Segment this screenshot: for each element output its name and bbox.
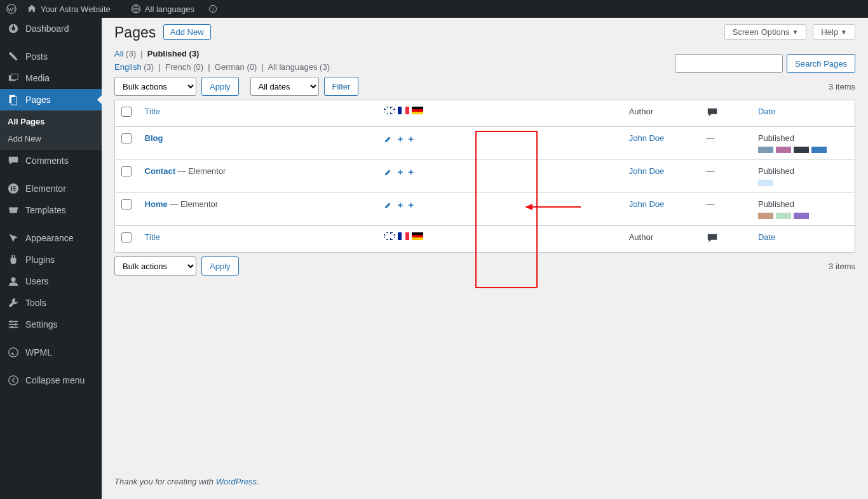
screen-options-button[interactable]: Screen Options ▼ bbox=[724, 24, 807, 40]
row-checkbox[interactable] bbox=[121, 166, 132, 176]
col-date-foot[interactable]: Date bbox=[752, 226, 855, 253]
table-row: Blog + + John Doe — Published bbox=[115, 127, 855, 160]
swatch bbox=[811, 147, 827, 153]
search-input[interactable] bbox=[675, 54, 783, 73]
menu-tools[interactable]: Tools bbox=[0, 292, 102, 314]
row-checkbox[interactable] bbox=[121, 199, 132, 210]
flag-de-icon bbox=[412, 107, 423, 114]
svg-rect-16 bbox=[13, 190, 16, 191]
admin-topbar: Your Astra Website All languages ? bbox=[0, 0, 868, 18]
menu-appearance[interactable]: Appearance bbox=[0, 227, 102, 249]
menu-elementor[interactable]: Elementor bbox=[0, 178, 102, 199]
filter-french[interactable]: French bbox=[165, 62, 191, 72]
submenu-all-pages[interactable]: All Pages bbox=[0, 113, 102, 130]
edit-translation-en[interactable] bbox=[384, 133, 393, 144]
menu-posts[interactable]: Posts bbox=[0, 46, 102, 67]
svg-point-25 bbox=[9, 376, 18, 385]
page-title-link[interactable]: Contact bbox=[145, 166, 175, 176]
svg-text:?: ? bbox=[212, 6, 214, 12]
col-comments bbox=[700, 100, 752, 127]
menu-users[interactable]: Users bbox=[0, 270, 102, 292]
status-text: Published bbox=[758, 133, 794, 143]
filter-published[interactable]: Published bbox=[147, 49, 187, 58]
site-link[interactable]: Your Astra Website bbox=[27, 4, 121, 14]
svg-rect-9 bbox=[11, 74, 18, 80]
swatch bbox=[758, 147, 773, 153]
flag-fr-icon bbox=[398, 107, 409, 114]
bulk-actions-select-top[interactable]: Bulk actions bbox=[114, 77, 196, 96]
add-translation-de[interactable]: + bbox=[408, 133, 414, 144]
submenu-add-new[interactable]: Add New bbox=[0, 130, 102, 147]
col-author-foot: Author bbox=[623, 226, 700, 253]
menu-settings[interactable]: Settings bbox=[0, 314, 102, 335]
date-filter-select[interactable]: All dates bbox=[250, 77, 319, 96]
bulk-actions-select-bottom[interactable]: Bulk actions bbox=[114, 256, 196, 276]
menu-plugins[interactable]: Plugins bbox=[0, 249, 102, 270]
caret-down-icon: ▼ bbox=[792, 29, 798, 36]
filter-all-languages[interactable]: All languages bbox=[268, 62, 317, 72]
row-checkbox[interactable] bbox=[121, 133, 132, 143]
add-translation-fr[interactable]: + bbox=[398, 166, 403, 177]
page-title-link[interactable]: Home bbox=[145, 199, 168, 209]
page-title: Pages bbox=[114, 24, 156, 41]
swatch bbox=[758, 213, 773, 219]
apply-button-bottom[interactable]: Apply bbox=[201, 256, 239, 276]
filter-button[interactable]: Filter bbox=[324, 77, 359, 96]
svg-rect-6 bbox=[13, 25, 14, 28]
flag-de-icon bbox=[412, 232, 423, 240]
author-link[interactable]: John Doe bbox=[629, 133, 665, 143]
collapse-menu[interactable]: Collapse menu bbox=[0, 369, 102, 391]
add-translation-de[interactable]: + bbox=[408, 199, 414, 210]
filter-all[interactable]: All bbox=[114, 49, 123, 58]
comment-icon bbox=[707, 107, 718, 118]
edit-translation-en[interactable] bbox=[384, 166, 393, 177]
page-title-link[interactable]: Blog bbox=[145, 133, 163, 143]
svg-point-24 bbox=[9, 348, 18, 357]
menu-media[interactable]: Media bbox=[0, 67, 102, 89]
swatch bbox=[776, 213, 791, 219]
language-switcher[interactable]: All languages ? bbox=[131, 4, 217, 14]
filter-german[interactable]: German bbox=[215, 62, 245, 72]
items-count-top: 3 items bbox=[829, 82, 855, 91]
add-new-button[interactable]: Add New bbox=[163, 24, 211, 40]
menu-comments[interactable]: Comments bbox=[0, 150, 102, 171]
filter-english[interactable]: English bbox=[114, 62, 142, 72]
menu-templates[interactable]: Templates bbox=[0, 199, 102, 221]
add-translation-fr[interactable]: + bbox=[398, 199, 403, 210]
author-link[interactable]: John Doe bbox=[629, 166, 665, 176]
author-link[interactable]: John Doe bbox=[629, 199, 665, 209]
svg-point-7 bbox=[15, 58, 18, 61]
col-date[interactable]: Date bbox=[752, 100, 855, 127]
svg-point-21 bbox=[10, 321, 13, 323]
add-translation-de[interactable]: + bbox=[408, 166, 414, 177]
col-title[interactable]: Title bbox=[139, 100, 377, 127]
col-comments-foot bbox=[700, 226, 752, 253]
select-all-bottom[interactable] bbox=[121, 232, 132, 243]
edit-translation-en[interactable] bbox=[384, 199, 393, 210]
add-translation-fr[interactable]: + bbox=[398, 133, 403, 144]
search-button[interactable]: Search Pages bbox=[787, 54, 855, 73]
menu-wpml[interactable]: WPML bbox=[0, 342, 102, 363]
submenu-pages: All Pages Add New bbox=[0, 110, 102, 150]
apply-button-top[interactable]: Apply bbox=[201, 77, 239, 96]
help-button[interactable]: Help ▼ bbox=[813, 24, 855, 40]
svg-point-22 bbox=[15, 323, 17, 326]
wp-logo[interactable] bbox=[6, 4, 17, 14]
menu-dashboard[interactable]: Dashboard bbox=[0, 18, 102, 39]
col-title-foot[interactable]: Title bbox=[139, 226, 377, 253]
table-row: Contact — Elementor + + John Doe — Publi… bbox=[115, 160, 855, 193]
swatches bbox=[758, 180, 848, 186]
menu-pages[interactable]: Pages bbox=[0, 89, 102, 110]
col-languages bbox=[377, 100, 623, 127]
col-languages-foot bbox=[377, 226, 623, 253]
comment-icon bbox=[707, 232, 718, 244]
wordpress-link[interactable]: WordPress bbox=[216, 477, 257, 486]
svg-rect-13 bbox=[11, 186, 12, 190]
col-author: Author bbox=[623, 100, 700, 127]
svg-point-23 bbox=[11, 326, 13, 329]
caret-down-icon: ▼ bbox=[841, 29, 847, 36]
flag-fr-icon bbox=[398, 232, 409, 240]
swatch bbox=[794, 147, 809, 153]
select-all-top[interactable] bbox=[121, 107, 132, 117]
table-row: Home — Elementor + + John Doe — Publishe… bbox=[115, 193, 855, 226]
